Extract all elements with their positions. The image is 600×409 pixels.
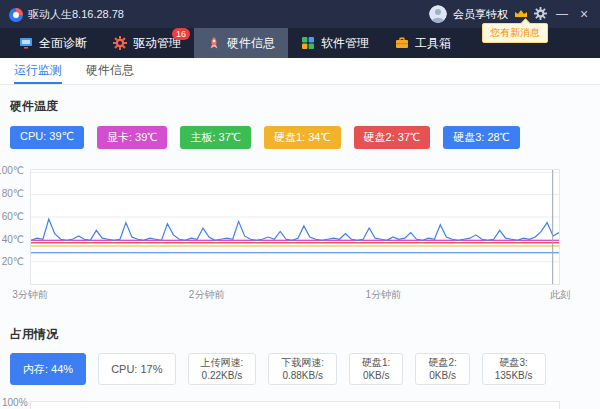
usage-card-value: 0KB/s bbox=[429, 369, 456, 382]
usage-cards-row: 内存: 44% CPU: 17% 上传网速: 0.22KB/s 下载网速: 0.… bbox=[10, 353, 590, 385]
temp-badge-disk2[interactable]: 硬盘2: 37℃ bbox=[354, 126, 431, 149]
temperature-chart-y-axis: 20℃40℃60℃80℃100℃ bbox=[0, 169, 26, 285]
usage-card-value: 0KB/s bbox=[363, 369, 390, 382]
temperature-badges-row: CPU: 39℃ 显卡: 39℃ 主板: 37℃ 硬盘1: 34℃ 硬盘2: 3… bbox=[10, 126, 600, 149]
usage-card-label: 硬盘3: bbox=[499, 356, 527, 369]
app-logo-icon bbox=[8, 7, 22, 21]
nav-tab-label: 全面诊断 bbox=[39, 35, 87, 52]
settings-gear-icon[interactable] bbox=[534, 7, 548, 21]
temp-badge-disk3[interactable]: 硬盘3: 28℃ bbox=[443, 126, 520, 149]
usage-card-value: 135KB/s bbox=[495, 369, 533, 382]
temperature-chart-plot bbox=[30, 169, 560, 285]
subtab-running-monitor[interactable]: 运行监测 bbox=[14, 58, 62, 84]
usage-card-label: 上传网速: bbox=[201, 356, 244, 369]
monitor-icon bbox=[19, 36, 33, 50]
usage-card-upload[interactable]: 上传网速: 0.22KB/s bbox=[188, 353, 257, 385]
temperature-chart: 20℃40℃60℃80℃100℃ bbox=[30, 169, 560, 285]
usage-card-value: 0.88KB/s bbox=[282, 369, 323, 382]
usage-card-label: 内存: 44% bbox=[23, 362, 73, 377]
sub-tabs: 运行监测 硬件信息 bbox=[0, 58, 600, 85]
temp-badge-cpu[interactable]: CPU: 39℃ bbox=[10, 126, 84, 149]
usage-chart: 100% bbox=[30, 401, 560, 409]
temp-badge-gpu[interactable]: 显卡: 39℃ bbox=[97, 126, 168, 149]
usage-card-disk1[interactable]: 硬盘1: 0KB/s bbox=[349, 353, 403, 385]
nav-tab-toolbox[interactable]: 工具箱 bbox=[382, 28, 464, 58]
close-button[interactable]: × bbox=[576, 6, 592, 22]
member-label[interactable]: 会员享特权 bbox=[453, 7, 508, 22]
temp-badge-board[interactable]: 主板: 37℃ bbox=[180, 126, 251, 149]
y-axis-label: 60℃ bbox=[2, 211, 24, 222]
y-axis-label: 20℃ bbox=[2, 256, 24, 267]
nav-tab-label: 软件管理 bbox=[321, 35, 369, 52]
x-axis-label: 此刻 bbox=[550, 288, 570, 302]
minimize-button[interactable]: — bbox=[554, 7, 570, 21]
new-message-tooltip[interactable]: 您有新消息 bbox=[482, 23, 548, 43]
usage-card-label: 下载网速: bbox=[281, 356, 324, 369]
usage-card-cpu[interactable]: CPU: 17% bbox=[98, 353, 175, 385]
temp-badge-disk1[interactable]: 硬盘1: 34℃ bbox=[264, 126, 341, 149]
x-axis-label: 1分钟前 bbox=[366, 288, 402, 302]
app-title: 驱动人生8.16.28.78 bbox=[28, 7, 124, 22]
toolbox-icon bbox=[395, 36, 409, 50]
x-axis-label: 3分钟前 bbox=[12, 288, 48, 302]
app-grid-icon bbox=[301, 36, 315, 50]
usage-card-label: 硬盘2: bbox=[428, 356, 456, 369]
gear-icon bbox=[113, 36, 127, 50]
y-axis-label: 100℃ bbox=[0, 165, 24, 176]
nav-tab-software-management[interactable]: 软件管理 bbox=[288, 28, 382, 58]
y-axis-label: 80℃ bbox=[2, 188, 24, 199]
content-area: 硬件温度 CPU: 39℃ 显卡: 39℃ 主板: 37℃ 硬盘1: 34℃ 硬… bbox=[0, 85, 600, 409]
y-axis-label: 40℃ bbox=[2, 234, 24, 245]
x-axis-label: 2分钟前 bbox=[189, 288, 225, 302]
crown-icon bbox=[514, 9, 528, 19]
usage-card-download[interactable]: 下载网速: 0.88KB/s bbox=[268, 353, 337, 385]
tooltip-text: 您有新消息 bbox=[490, 27, 540, 38]
usage-chart-plot bbox=[30, 401, 560, 409]
usage-card-memory[interactable]: 内存: 44% bbox=[10, 353, 86, 385]
usage-card-disk3[interactable]: 硬盘3: 135KB/s bbox=[482, 353, 546, 385]
temperature-section-heading: 硬件温度 bbox=[10, 98, 600, 115]
temperature-chart-svg bbox=[31, 170, 559, 284]
nav-tab-full-diagnosis[interactable]: 全面诊断 bbox=[6, 28, 100, 58]
nav-tab-driver-management[interactable]: 驱动管理 16 bbox=[100, 28, 194, 58]
usage-card-disk2[interactable]: 硬盘2: 0KB/s bbox=[415, 353, 469, 385]
usage-card-label: 硬盘1: bbox=[362, 356, 390, 369]
driver-update-count-badge: 16 bbox=[172, 28, 190, 40]
usage-section-heading: 占用情况 bbox=[10, 326, 600, 343]
user-avatar[interactable] bbox=[429, 5, 447, 23]
nav-tab-hardware-info[interactable]: 硬件信息 bbox=[194, 28, 288, 58]
temperature-chart-x-axis: 3分钟前 2分钟前 1分钟前 此刻 bbox=[30, 288, 560, 302]
subtab-hardware-info[interactable]: 硬件信息 bbox=[86, 58, 134, 84]
nav-tab-label: 硬件信息 bbox=[227, 35, 275, 52]
rocket-icon bbox=[207, 36, 221, 50]
usage-card-value: 0.22KB/s bbox=[202, 369, 243, 382]
y-axis-label: 100% bbox=[2, 397, 26, 408]
nav-tab-label: 工具箱 bbox=[415, 35, 451, 52]
usage-card-label: CPU: 17% bbox=[111, 363, 162, 375]
